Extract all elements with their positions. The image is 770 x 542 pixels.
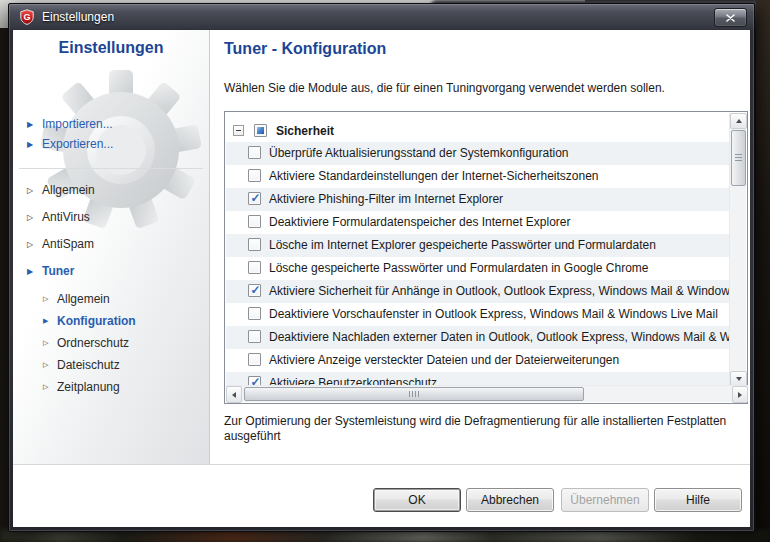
module-rows: SicherheitÜberprüfe Aktualisierungsstand… [226, 113, 729, 387]
sidebar-link-exportieren[interactable]: ▶Exportieren... [27, 134, 113, 154]
module-checkbox[interactable] [248, 307, 261, 320]
arrow-right-icon [738, 392, 742, 398]
page-title: Tuner - Konfiguration [224, 40, 386, 58]
sidebar-item-label: AntiVirus [42, 210, 90, 224]
group-checkbox[interactable] [254, 124, 267, 137]
module-checkbox[interactable] [248, 284, 261, 297]
module-checkbox[interactable] [248, 353, 261, 366]
module-row[interactable]: Aktiviere Sicherheit für Anhänge in Outl… [226, 280, 729, 303]
sidebar-item-ordnerschutz[interactable]: ▷Ordnerschutz [43, 332, 209, 354]
sidebar-item-antivirus[interactable]: ▷AntiVirus [27, 207, 209, 227]
arrow-right-icon: ▷ [27, 240, 42, 249]
arrow-right-icon: ▷ [43, 361, 57, 369]
sidebar-item-allgemein[interactable]: ▷Allgemein [27, 180, 209, 200]
module-group-row[interactable]: Sicherheit [226, 120, 729, 142]
settings-dialog: G Einstellungen [8, 3, 755, 532]
scroll-right-button[interactable] [732, 386, 748, 403]
window-title: Einstellungen [42, 4, 114, 30]
button-bar-separator [13, 464, 750, 465]
module-label: Deaktiviere Nachladen externer Daten in … [269, 326, 729, 349]
arrow-left-icon [232, 392, 236, 398]
module-label: Lösche im Internet Explorer gespeicherte… [269, 234, 656, 257]
module-checkbox[interactable] [248, 261, 261, 274]
module-list: SicherheitÜberprüfe Aktualisierungsstand… [224, 111, 748, 404]
arrow-right-icon: ▷ [43, 339, 57, 347]
scroll-up-button[interactable] [730, 113, 747, 129]
module-row[interactable]: Lösche im Internet Explorer gespeicherte… [226, 234, 729, 257]
sidebar-title: Einstellungen [13, 39, 209, 57]
horizontal-scrollbar[interactable] [226, 385, 748, 402]
arrow-right-icon: ▷ [27, 186, 42, 195]
sidebar-item-allgemein[interactable]: ▷Allgemein [43, 288, 209, 310]
arrow-right-icon: ▷ [27, 213, 42, 222]
module-row[interactable]: Überprüfe Aktualisierungsstand der Syste… [226, 142, 729, 165]
sidebar-link-label: Importieren... [42, 117, 113, 131]
vertical-scrollbar-thumb[interactable] [731, 130, 746, 186]
module-checkbox[interactable] [248, 146, 261, 159]
sidebar-item-tuner[interactable]: ▶Tuner [27, 261, 209, 281]
module-label: Aktiviere Phishing-Filter im Internet Ex… [269, 188, 503, 211]
sidebar-item-label: Allgemein [42, 183, 95, 197]
ok-button[interactable]: OK [373, 488, 461, 512]
app-letter: G [23, 12, 30, 22]
arrow-down-icon [736, 377, 742, 381]
scroll-left-button[interactable] [226, 386, 242, 403]
sidebar-item-antispam[interactable]: ▷AntiSpam [27, 234, 209, 254]
module-checkbox[interactable] [248, 192, 261, 205]
module-checkbox[interactable] [248, 238, 261, 251]
sidebar-subitem-label: Konfiguration [57, 314, 136, 328]
module-row[interactable]: Deaktiviere Vorschaufenster in Outlook E… [226, 303, 729, 326]
arrow-right-icon: ▷ [43, 383, 57, 391]
module-label: Deaktiviere Formulardatenspeicher des In… [269, 211, 570, 234]
sidebar-subitem-label: Zeitplanung [57, 380, 120, 394]
module-checkbox[interactable] [248, 169, 261, 182]
close-icon [726, 14, 735, 22]
help-button[interactable]: Hilfe [654, 488, 742, 512]
horizontal-scrollbar-thumb[interactable] [244, 387, 584, 401]
sidebar-subnav: ▷Allgemein▶Konfiguration▷Ordnerschutz▷Da… [43, 288, 209, 398]
module-label: Lösche gespeicherte Passwörter und Formu… [269, 257, 649, 280]
module-row[interactable]: Aktiviere Anzeige versteckter Dateien un… [226, 349, 729, 372]
page-description: Wählen Sie die Module aus, die für einen… [224, 81, 665, 95]
close-button[interactable] [714, 8, 747, 27]
sidebar-item-label: AntiSpam [42, 237, 94, 251]
module-row[interactable]: Lösche gespeicherte Passwörter und Formu… [226, 257, 729, 280]
module-row[interactable]: Aktiviere Phishing-Filter im Internet Ex… [226, 188, 729, 211]
title-bar[interactable]: G Einstellungen [9, 4, 754, 30]
module-label: Aktiviere Sicherheit für Anhänge in Outl… [269, 280, 729, 303]
module-label: Aktiviere Anzeige versteckter Dateien un… [269, 349, 619, 372]
sidebar-item-konfiguration[interactable]: ▶Konfiguration [43, 310, 209, 332]
module-row[interactable]: Deaktiviere Nachladen externer Daten in … [226, 326, 729, 349]
sidebar-item-dateischutz[interactable]: ▷Dateischutz [43, 354, 209, 376]
arrow-right-icon: ▷ [43, 295, 57, 303]
sidebar-links: ▶Importieren...▶Exportieren... [27, 114, 113, 154]
arrow-right-icon: ▶ [27, 267, 42, 276]
sidebar-nav: ▷Allgemein▷AntiVirus▷AntiSpam▶Tuner▷Allg… [27, 180, 209, 403]
arrow-right-icon: ▶ [27, 140, 42, 149]
sidebar-subitem-label: Ordnerschutz [57, 336, 129, 350]
module-label: Überprüfe Aktualisierungsstand der Syste… [269, 142, 569, 165]
arrow-up-icon [736, 119, 742, 123]
sidebar-subitem-label: Dateischutz [57, 358, 120, 372]
app-shield-icon: G [19, 9, 35, 25]
module-row[interactable]: Aktiviere Standardeinstellungen der Inte… [226, 165, 729, 188]
group-label: Sicherheit [276, 120, 334, 142]
sidebar-separator [19, 168, 203, 169]
sidebar-link-importieren[interactable]: ▶Importieren... [27, 114, 113, 134]
cancel-button[interactable]: Abbrechen [466, 488, 554, 512]
apply-button[interactable]: Übernehmen [561, 488, 649, 512]
sidebar-link-label: Exportieren... [42, 137, 113, 151]
module-row[interactable]: Deaktiviere Formulardatenspeicher des In… [226, 211, 729, 234]
desktop-background-right [756, 0, 770, 542]
module-checkbox[interactable] [248, 215, 261, 228]
module-label: Aktiviere Standardeinstellungen der Inte… [269, 165, 599, 188]
arrow-right-icon: ▶ [27, 120, 42, 129]
dialog-client-area: Einstellungen ▶Importieren...▶Exportiere… [13, 30, 750, 527]
collapse-icon[interactable] [233, 125, 244, 136]
sidebar-item-zeitplanung[interactable]: ▷Zeitplanung [43, 376, 209, 398]
sidebar: Einstellungen ▶Importieren...▶Exportiere… [13, 30, 210, 464]
module-checkbox[interactable] [248, 330, 261, 343]
sidebar-item-label: Tuner [42, 264, 74, 278]
footer-note: Zur Optimierung der Systemleistung wird … [224, 414, 759, 444]
vertical-scrollbar[interactable] [729, 113, 746, 387]
